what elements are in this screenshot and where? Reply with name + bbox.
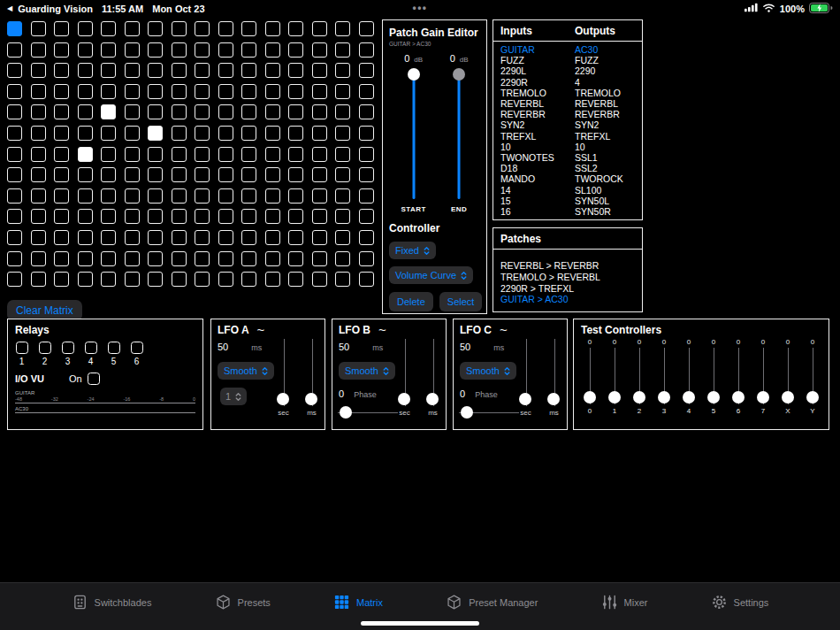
matrix-cell-r0-c5[interactable] xyxy=(125,21,140,36)
matrix-cell-r5-c4[interactable] xyxy=(101,126,116,141)
matrix-cell-r5-c6[interactable] xyxy=(148,126,163,141)
tab-preset-manager[interactable]: Preset Manager xyxy=(446,594,538,611)
lfo-ms-knob[interactable] xyxy=(426,393,439,405)
test-slider-knob[interactable] xyxy=(806,391,819,403)
matrix-cell-r10-c5[interactable] xyxy=(125,230,140,245)
matrix-cell-r1-c6[interactable] xyxy=(148,42,163,58)
matrix-cell-r12-c13[interactable] xyxy=(312,272,327,287)
matrix-cell-r4-c7[interactable] xyxy=(172,104,187,119)
matrix-cell-r9-c5[interactable] xyxy=(125,209,140,224)
matrix-cell-r10-c8[interactable] xyxy=(195,230,210,245)
sine-wave-icon[interactable]: ~ xyxy=(378,326,386,334)
matrix-cell-r3-c15[interactable] xyxy=(359,84,374,99)
output-item[interactable]: SYN2 xyxy=(575,119,642,130)
output-item[interactable]: 4 xyxy=(575,77,642,88)
matrix-cell-r5-c15[interactable] xyxy=(359,126,374,141)
matrix-cell-r1-c2[interactable] xyxy=(54,42,69,58)
matrix-cell-r7-c7[interactable] xyxy=(172,167,187,182)
matrix-cell-r5-c0[interactable] xyxy=(7,126,22,141)
matrix-cell-r11-c3[interactable] xyxy=(78,251,93,266)
matrix-cell-r4-c8[interactable] xyxy=(195,104,210,119)
matrix-cell-r3-c12[interactable] xyxy=(288,84,303,99)
matrix-cell-r3-c8[interactable] xyxy=(195,84,210,99)
matrix-cell-r9-c11[interactable] xyxy=(265,209,280,224)
matrix-cell-r11-c6[interactable] xyxy=(148,251,163,266)
matrix-cell-r8-c13[interactable] xyxy=(312,188,327,204)
matrix-cell-r4-c3[interactable] xyxy=(78,104,93,119)
lfo-ms-knob[interactable] xyxy=(305,393,317,405)
matrix-cell-r12-c2[interactable] xyxy=(54,272,69,287)
matrix-cell-r3-c3[interactable] xyxy=(78,84,93,99)
matrix-cell-r7-c2[interactable] xyxy=(54,167,69,182)
matrix-cell-r5-c14[interactable] xyxy=(335,126,350,141)
matrix-cell-r1-c5[interactable] xyxy=(125,42,140,58)
matrix-cell-r1-c7[interactable] xyxy=(172,42,187,58)
matrix-cell-r1-c14[interactable] xyxy=(335,42,350,58)
matrix-cell-r10-c2[interactable] xyxy=(54,230,69,245)
test-slider-knob[interactable] xyxy=(584,391,596,403)
matrix-cell-r0-c13[interactable] xyxy=(312,21,327,36)
matrix-cell-r1-c4[interactable] xyxy=(101,42,116,58)
matrix-cell-r7-c11[interactable] xyxy=(265,167,280,182)
input-item[interactable]: 2290L xyxy=(500,65,568,76)
matrix-cell-r9-c1[interactable] xyxy=(31,209,46,224)
matrix-cell-r11-c12[interactable] xyxy=(288,251,303,266)
matrix-cell-r7-c13[interactable] xyxy=(312,167,327,182)
vu-on-checkbox[interactable] xyxy=(88,373,100,385)
test-slider-knob[interactable] xyxy=(707,391,720,403)
lfo-ms-slider[interactable] xyxy=(305,339,318,406)
lfo-divider-dropdown[interactable]: 1 xyxy=(220,388,247,405)
test-slider-track[interactable] xyxy=(782,348,795,404)
matrix-cell-r3-c11[interactable] xyxy=(265,84,280,99)
lfo-shape-dropdown[interactable]: Smooth xyxy=(460,362,516,380)
input-item[interactable]: REVERBL xyxy=(500,98,568,109)
matrix-cell-r2-c13[interactable] xyxy=(312,63,327,78)
test-slider-knob[interactable] xyxy=(683,391,695,403)
matrix-cell-r12-c1[interactable] xyxy=(31,272,46,287)
matrix-cell-r2-c4[interactable] xyxy=(101,63,116,78)
matrix-cell-r2-c8[interactable] xyxy=(195,63,210,78)
matrix-cell-r10-c14[interactable] xyxy=(335,230,350,245)
matrix-cell-r7-c8[interactable] xyxy=(195,167,210,182)
matrix-cell-r9-c8[interactable] xyxy=(195,209,210,224)
matrix-cell-r8-c14[interactable] xyxy=(335,188,350,204)
output-item[interactable]: TREFXL xyxy=(575,131,642,142)
matrix-cell-r6-c0[interactable] xyxy=(7,147,22,162)
matrix-cell-r11-c8[interactable] xyxy=(195,251,210,266)
matrix-cell-r1-c8[interactable] xyxy=(195,42,210,58)
matrix-cell-r11-c15[interactable] xyxy=(359,251,374,266)
lfo-phase-knob[interactable] xyxy=(461,406,473,419)
matrix-cell-r5-c11[interactable] xyxy=(265,126,280,141)
matrix-cell-r12-c5[interactable] xyxy=(125,272,140,287)
matrix-cell-r5-c2[interactable] xyxy=(54,126,69,141)
matrix-cell-r8-c3[interactable] xyxy=(78,188,93,204)
matrix-cell-r9-c3[interactable] xyxy=(78,209,93,224)
input-item[interactable]: 10 xyxy=(500,142,568,152)
relay-checkbox-6[interactable] xyxy=(131,342,143,354)
matrix-cell-r4-c15[interactable] xyxy=(359,104,374,119)
patch-item[interactable]: 2290R > TREFXL xyxy=(500,283,635,295)
matrix-cell-r0-c3[interactable] xyxy=(78,21,93,36)
matrix-cell-r2-c14[interactable] xyxy=(335,63,350,78)
matrix-cell-r12-c9[interactable] xyxy=(218,272,233,287)
tab-matrix[interactable]: Matrix xyxy=(333,594,383,611)
controller-type-dropdown[interactable]: Fixed xyxy=(389,242,436,259)
gain-slider-track[interactable] xyxy=(407,68,421,201)
matrix-cell-r5-c12[interactable] xyxy=(288,126,303,141)
matrix-cell-r2-c9[interactable] xyxy=(218,63,233,78)
matrix-cell-r8-c9[interactable] xyxy=(218,188,233,204)
back-to-app-icon[interactable]: ◀ xyxy=(7,4,12,12)
matrix-cell-r6-c1[interactable] xyxy=(31,147,46,162)
lfo-shape-dropdown[interactable]: Smooth xyxy=(339,362,395,380)
output-item[interactable]: TWOROCK xyxy=(575,173,642,184)
matrix-cell-r4-c2[interactable] xyxy=(54,104,69,119)
matrix-cell-r10-c9[interactable] xyxy=(218,230,233,245)
matrix-cell-r10-c4[interactable] xyxy=(101,230,116,245)
matrix-cell-r11-c1[interactable] xyxy=(31,251,46,266)
matrix-cell-r8-c2[interactable] xyxy=(54,188,69,204)
matrix-cell-r8-c12[interactable] xyxy=(288,188,303,204)
matrix-cell-r8-c8[interactable] xyxy=(195,188,210,204)
test-slider-knob[interactable] xyxy=(732,391,745,403)
sine-wave-icon[interactable]: ~ xyxy=(257,326,265,334)
lfo-phase-slider[interactable] xyxy=(459,405,519,419)
